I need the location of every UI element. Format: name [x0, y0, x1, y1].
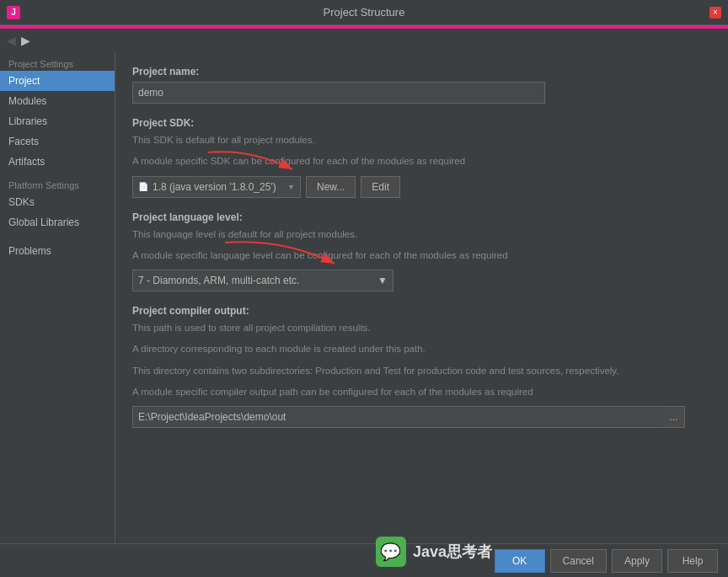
main-layout: Project Settings Project Modules Librari… — [0, 52, 728, 543]
sdk-dropdown[interactable]: 📄 1.8 (java version '1.8.0_25') ▼ — [132, 176, 301, 198]
sdk-desc2: A module specific SDK can be configured … — [132, 154, 711, 168]
sidebar-item-facets[interactable]: Facets — [0, 131, 115, 152]
sidebar-item-project[interactable]: Project — [0, 71, 115, 91]
lang-dropdown-arrow: ▼ — [377, 275, 388, 286]
compiler-output-section: Project compiler output: This path is us… — [132, 305, 711, 428]
wechat-icon: 💬 — [376, 537, 406, 567]
ok-button[interactable]: OK — [495, 549, 545, 573]
compiler-browse-button[interactable]: ... — [663, 406, 685, 428]
bottom-bar: 💬 Java思考者 OK Cancel Apply Help — [0, 543, 728, 577]
compiler-path-row: ... — [132, 406, 711, 428]
compiler-desc2: A directory corresponding to each module… — [132, 342, 711, 356]
sdk-value: 1.8 (java version '1.8.0_25') — [153, 181, 276, 193]
compiler-desc4: A module specific compiler output path c… — [132, 385, 711, 399]
project-name-input[interactable] — [132, 82, 545, 104]
project-name-section: Project name: — [132, 66, 711, 104]
sidebar-item-sdks[interactable]: SDKs — [0, 192, 115, 212]
app-icon: J — [7, 6, 20, 19]
compiler-output-label: Project compiler output: — [132, 305, 711, 317]
watermark-text: Java思考者 — [413, 542, 492, 562]
sdk-new-button[interactable]: New... — [306, 176, 356, 198]
close-button[interactable]: × — [709, 7, 721, 19]
language-level-label: Project language level: — [132, 211, 711, 223]
sdk-row: 📄 1.8 (java version '1.8.0_25') ▼ New...… — [132, 176, 711, 198]
back-arrow[interactable]: ◀ — [7, 34, 16, 47]
project-sdk-label: Project SDK: — [132, 117, 711, 129]
sdk-desc1: This SDK is default for all project modu… — [132, 133, 711, 147]
apply-button[interactable]: Apply — [612, 549, 662, 573]
sidebar-item-modules[interactable]: Modules — [0, 91, 115, 111]
lang-desc2: A module specific language level can be … — [132, 248, 711, 263]
compiler-output-input[interactable] — [132, 406, 663, 428]
language-level-dropdown[interactable]: 7 - Diamonds, ARM, multi-catch etc. ▼ — [132, 270, 393, 291]
cancel-button[interactable]: Cancel — [550, 549, 607, 573]
compiler-desc3: This directory contains two subdirectori… — [132, 364, 711, 378]
project-settings-label: Project Settings — [0, 56, 115, 71]
sidebar: Project Settings Project Modules Librari… — [0, 52, 115, 543]
sidebar-item-problems[interactable]: Problems — [0, 241, 115, 261]
window-title: Project Structure — [324, 6, 405, 19]
sdk-arrow-icon: ▼ — [287, 183, 295, 191]
sidebar-item-global-libraries[interactable]: Global Libraries — [0, 212, 115, 232]
lang-desc1: This language level is default for all p… — [132, 227, 711, 242]
nav-row: ◀ ▶ — [0, 29, 728, 52]
sdk-edit-button[interactable]: Edit — [361, 176, 400, 198]
content-area: Project name: Project SDK: This SDK is d… — [115, 52, 728, 543]
sidebar-item-libraries[interactable]: Libraries — [0, 111, 115, 131]
forward-arrow[interactable]: ▶ — [21, 34, 30, 47]
sidebar-item-artifacts[interactable]: Artifacts — [0, 152, 115, 172]
watermark: 💬 Java思考者 — [376, 537, 492, 567]
help-button[interactable]: Help — [667, 549, 718, 573]
platform-settings-label: Platform Settings — [0, 172, 115, 192]
title-bar: J Project Structure × — [0, 0, 728, 25]
sdk-file-icon: 📄 — [138, 182, 148, 191]
project-sdk-section: Project SDK: This SDK is default for all… — [132, 117, 711, 198]
language-level-value: 7 - Diamonds, ARM, multi-catch etc. — [138, 275, 299, 286]
project-name-label: Project name: — [132, 66, 711, 77]
compiler-desc1: This path is used to store all project c… — [132, 321, 711, 335]
language-level-section: Project language level: This language le… — [132, 211, 711, 292]
